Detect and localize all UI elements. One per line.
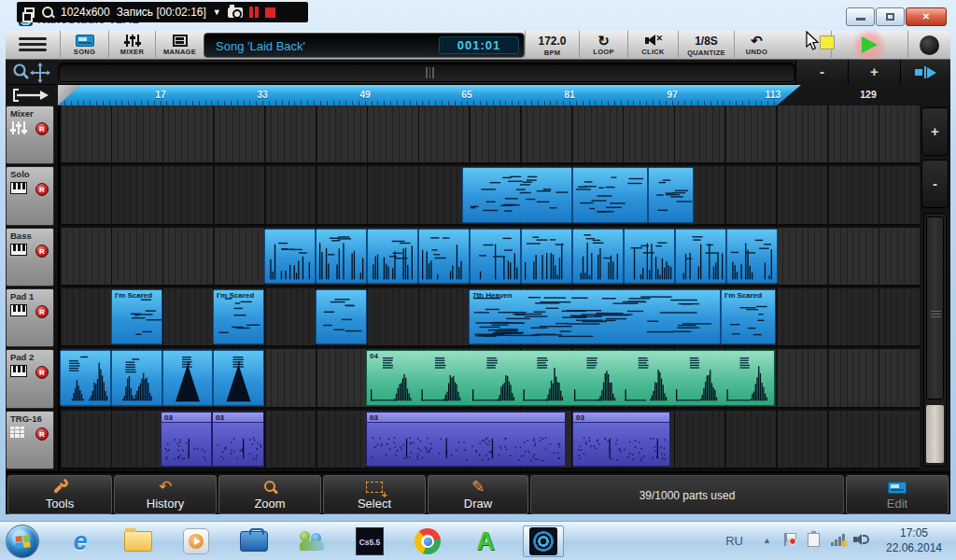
clock[interactable]: 17:05 22.06.2014 [879, 525, 949, 555]
part-clip-18[interactable] [60, 350, 111, 405]
close-button[interactable]: ✕ [906, 7, 947, 26]
part-clip-12[interactable] [726, 229, 778, 284]
taskbar-icon-chrome[interactable] [407, 525, 448, 557]
hidden-icons-arrow[interactable]: ▲ [763, 536, 771, 545]
part-header [573, 413, 669, 423]
vertical-scrollbar-thumb[interactable] [926, 217, 944, 399]
part-clip-10[interactable] [624, 229, 675, 284]
taskbar-icon-internet-explorer[interactable]: e [60, 525, 101, 557]
part-clip-3[interactable] [264, 229, 316, 284]
play-button[interactable] [831, 31, 907, 60]
recorder-pause-icon[interactable] [249, 7, 259, 18]
manage-button[interactable]: MANAGE [155, 31, 204, 60]
part-04-22[interactable]: 04 [366, 350, 775, 405]
network-icon[interactable]: ✱ [831, 533, 846, 546]
recorder-camera-icon[interactable] [228, 7, 243, 18]
part-clip-11[interactable] [675, 229, 726, 284]
record-arm-button[interactable]: R [35, 305, 49, 318]
part-clip-8[interactable] [521, 229, 572, 284]
tools-button[interactable]: Tools [7, 475, 112, 514]
scrollbar-grip[interactable] [426, 67, 437, 78]
mixer-button[interactable]: MIXER [108, 31, 155, 60]
vertical-scrollbar[interactable] [923, 213, 947, 467]
arrangement-grid[interactable]: I'm ScaredI'm Scared7th HeavenI'm Scared… [58, 105, 920, 471]
part-clip-19[interactable] [111, 350, 162, 405]
recorder-status: Запись [00:02:16] [117, 6, 206, 19]
select-button[interactable]: Select [323, 475, 426, 514]
minimize-button[interactable] [846, 7, 875, 26]
part-clip-2[interactable] [648, 167, 694, 222]
track-header-pad-2[interactable]: Pad 2R [6, 349, 54, 408]
start-button[interactable] [6, 525, 39, 558]
timeline-ruler[interactable]: 129 173349658197113 [58, 85, 950, 105]
taskbar-icon-media-player[interactable] [176, 525, 217, 557]
record-arm-button[interactable]: R [35, 366, 49, 379]
track-header-pad-1[interactable]: Pad 1R [6, 288, 54, 347]
part-03-26[interactable]: 03 [572, 412, 670, 467]
record-arm-button[interactable]: R [35, 122, 49, 135]
recorder-magnifier-icon[interactable] [41, 6, 54, 19]
track-header-bass[interactable]: BassR [6, 228, 54, 287]
quantize-button[interactable]: 1/8S QUANTIZE [678, 31, 734, 60]
track-header-solo[interactable]: SoloR [6, 166, 54, 225]
song-button[interactable]: SONG [60, 31, 108, 60]
part-clip-1[interactable] [572, 167, 648, 222]
part-03-25[interactable]: 03 [366, 412, 566, 467]
track-zoom-out-button[interactable]: - [921, 160, 949, 208]
part-clip-5[interactable] [367, 229, 418, 284]
draw-button[interactable]: ✎ Draw [428, 475, 528, 514]
zoom-in-button[interactable]: + [848, 60, 900, 85]
maximize-button[interactable] [876, 7, 905, 26]
loop-button[interactable]: ↻ LOOP [579, 31, 627, 60]
taskbar-icon-adobe-cs55[interactable]: Cs5.5 [349, 525, 390, 557]
undo-button[interactable]: ↶ UNDO [734, 31, 779, 60]
part-clip-20[interactable] [162, 350, 213, 405]
recorder-stop-icon[interactable] [265, 7, 275, 18]
track-header-mixer[interactable]: MixerR [6, 105, 54, 164]
volume-icon[interactable] [853, 533, 870, 546]
record-arm-button[interactable]: R [35, 245, 49, 258]
history-button[interactable]: ↶ History [114, 475, 217, 514]
record-arm-button[interactable]: R [35, 427, 49, 441]
main-toolbar: SONG MIXER MANAGE Song 'Laid Back' 001:0… [6, 31, 950, 60]
taskbar-icon-messenger[interactable] [291, 525, 332, 557]
menu-button[interactable] [19, 37, 47, 53]
part-clip-21[interactable] [213, 350, 264, 405]
language-indicator[interactable]: RU [725, 534, 743, 548]
part-clip-15[interactable] [316, 289, 367, 344]
taskbar-icon-software-case[interactable] [233, 525, 274, 557]
part-clip-9[interactable] [572, 229, 624, 284]
track-zoom-in-button[interactable]: + [921, 107, 949, 156]
zoom-out-button[interactable]: - [795, 60, 848, 85]
part-i-m-scared-17[interactable]: I'm Scared [721, 289, 776, 344]
song-start-icon[interactable] [9, 86, 54, 105]
click-button[interactable]: ✕ CLICK [627, 31, 678, 60]
part-7th-heaven-16[interactable]: 7th Heaven [469, 289, 721, 344]
goto-end-button[interactable] [900, 60, 950, 85]
part-clip-7[interactable] [470, 229, 521, 284]
edit-button[interactable]: Edit [846, 475, 949, 514]
record-button[interactable] [907, 31, 950, 60]
part-clip-4[interactable] [316, 229, 367, 284]
part-clip-6[interactable] [418, 229, 470, 284]
part-clip-0[interactable] [462, 167, 572, 222]
part-03-24[interactable]: 03 [212, 412, 264, 467]
part-i-m-scared-14[interactable]: I'm Scared [213, 289, 264, 344]
zoom-button[interactable]: Zoom [218, 475, 321, 514]
bpm-button[interactable]: 172.0 BPM [525, 31, 579, 60]
recorder-window-icon[interactable] [24, 7, 35, 18]
taskbar-icon-windows-explorer[interactable] [118, 525, 159, 557]
action-center-flag-icon[interactable] [784, 533, 795, 546]
taskbar-icon-aimp[interactable]: A [465, 525, 506, 557]
track-header-trg-16[interactable]: TRG-16R [6, 411, 54, 469]
track-row-mixer[interactable] [60, 105, 920, 164]
clipboard-icon[interactable] [808, 533, 820, 547]
horizontal-scrollbar[interactable] [58, 63, 795, 82]
recorder-dropdown-icon[interactable]: ▼ [213, 7, 221, 17]
song-display[interactable]: Song 'Laid Back' 001:01 [204, 33, 525, 58]
part-03-23[interactable]: 03 [161, 412, 212, 467]
record-arm-button[interactable]: R [35, 183, 49, 196]
taskbar-icon-nanostudio-app[interactable] [523, 525, 564, 557]
part-i-m-scared-13[interactable]: I'm Scared [111, 289, 162, 344]
zoom-pan-tool-icon[interactable] [9, 62, 54, 83]
